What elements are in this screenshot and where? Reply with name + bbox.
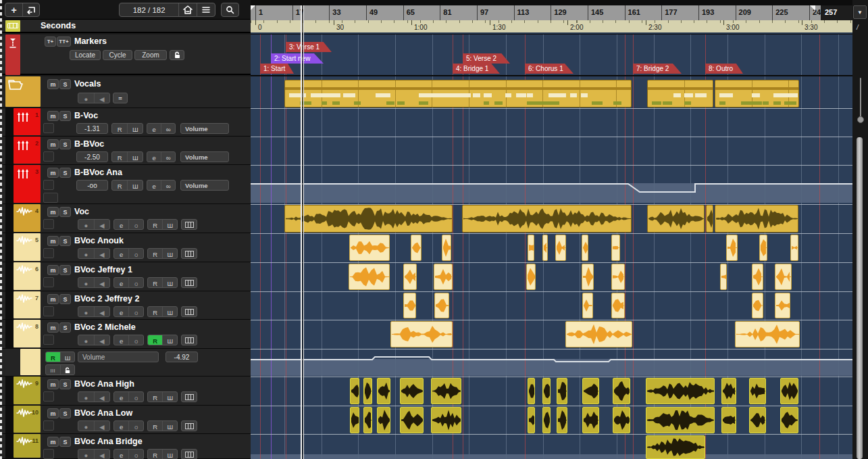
locate-button[interactable]: Locate xyxy=(70,50,101,60)
input-checkbox[interactable] xyxy=(43,277,54,287)
list-icon[interactable] xyxy=(197,3,215,16)
edit-channel-button[interactable]: e xyxy=(114,421,128,431)
audio-event-bvoc-jeffrey-1[interactable] xyxy=(775,264,792,290)
audio-event-bvoc-ana-low[interactable] xyxy=(780,407,798,433)
audio-event-bvoc-2-jeffrey-2[interactable] xyxy=(611,293,625,318)
marker-flag[interactable]: 6: Chorus 1 xyxy=(525,64,573,74)
mute-button[interactable]: m xyxy=(47,111,59,121)
audio-event-bvoc-anouk[interactable] xyxy=(790,235,798,261)
zoom-button[interactable]: Zoom xyxy=(134,50,167,60)
write-automation-button[interactable]: Ш xyxy=(162,249,177,259)
link-icon[interactable]: ∞ xyxy=(161,124,175,134)
write-automation-button[interactable]: Ш xyxy=(162,421,177,431)
marker-flag[interactable]: 2: Start new xyxy=(271,53,324,64)
audio-event-bvoc-ana-low[interactable] xyxy=(721,407,736,433)
freeze-button[interactable]: o xyxy=(128,220,143,230)
playhead-cursor[interactable] xyxy=(301,5,304,459)
read-automation-button[interactable]: R xyxy=(148,220,162,230)
track-color-tile[interactable]: 8 xyxy=(14,320,41,347)
audio-event-bvoc-ana-high[interactable] xyxy=(431,378,461,404)
folder-part-vocals-folder[interactable] xyxy=(284,80,632,107)
audio-event-bvoc-ana-low[interactable] xyxy=(377,407,390,433)
automation-curves-icon[interactable]: lll xyxy=(46,365,60,375)
audio-event-bvoc-anouk[interactable] xyxy=(542,235,548,261)
audio-event-bvoc-2-jeffrey-2[interactable] xyxy=(403,293,416,318)
audio-event-bvoc-ana-low[interactable] xyxy=(431,407,461,433)
audio-event-bvoc-ana-low[interactable] xyxy=(613,407,630,433)
mute-button[interactable]: m xyxy=(47,408,59,418)
audio-event-voc[interactable] xyxy=(647,205,705,233)
audio-event-bvoc-2-michele[interactable] xyxy=(390,321,453,347)
record-enable-button[interactable]: ● xyxy=(78,220,94,230)
vertical-zoom-knob[interactable] xyxy=(857,116,864,123)
monitor-button[interactable]: ◀ xyxy=(94,93,109,103)
audio-event-bvoc-ana-high[interactable] xyxy=(400,378,424,404)
track-row-bvoc-jeffrey-1[interactable]: 6mSBVoc Jeffrey 1●◀eoRШ xyxy=(0,262,251,291)
audio-event-bvoc-anouk[interactable] xyxy=(528,235,534,261)
audio-event-bvoc-ana-low[interactable] xyxy=(528,407,535,433)
freeze-button[interactable]: o xyxy=(128,278,143,288)
audio-event-bvoc-jeffrey-1[interactable] xyxy=(403,264,417,290)
marker-flag[interactable]: 8: Outro xyxy=(705,64,743,74)
input-checkbox[interactable] xyxy=(43,420,54,431)
track-row-bvoc-ana-bridge[interactable]: 11mSBVoc Ana Bridge●◀eoRШ xyxy=(0,434,251,459)
audio-event-bvoc-jeffrey-1[interactable] xyxy=(582,264,594,290)
freeze-button[interactable]: o xyxy=(128,421,143,431)
folder-part-vocals-folder[interactable] xyxy=(715,80,799,107)
audio-event-bvoc-ana-low[interactable] xyxy=(749,407,766,433)
audio-event-bvoc-ana-high[interactable] xyxy=(721,378,736,404)
audio-event-bvoc-2-jeffrey-2[interactable] xyxy=(434,293,449,318)
read-automation-button[interactable]: R xyxy=(148,421,162,431)
track-row-automation[interactable]: RШVolume-4.92lll xyxy=(0,349,251,377)
record-enable-button[interactable]: ● xyxy=(78,249,94,259)
mute-button[interactable]: m xyxy=(47,437,59,447)
track-row-b-bvoc[interactable]: 2mSB-BVoc-2.50RШe∞Volume xyxy=(0,137,251,165)
marker-flag[interactable]: 1: Start xyxy=(260,64,294,74)
audio-event-bvoc-jeffrey-1[interactable] xyxy=(349,264,390,290)
show-lanes-icon[interactable] xyxy=(181,219,197,230)
track-color-tile[interactable]: 4 xyxy=(14,204,41,232)
marker-flag[interactable]: 4: Bridge 1 xyxy=(453,64,500,74)
input-checkbox[interactable] xyxy=(43,248,54,258)
mute-button[interactable]: m xyxy=(47,265,59,275)
monitor-button[interactable]: ◀ xyxy=(94,421,109,431)
record-enable-button[interactable]: ● xyxy=(78,450,94,459)
monitor-button[interactable]: ◀ xyxy=(94,220,109,230)
folder-part-vocals-folder[interactable] xyxy=(647,80,713,107)
track-color-tile[interactable]: 10 xyxy=(14,406,41,433)
time-ruler-seconds[interactable]: 0301:001:302:002:303:003:30 xyxy=(251,20,852,32)
track-row-b-bvoc-ana[interactable]: 3mSB-BVoc Ana-ooRШe∞Volume xyxy=(0,165,251,204)
show-lanes-icon[interactable] xyxy=(181,335,197,345)
track-row-b-voc[interactable]: 1mSB-Voc-1.31RШe∞Volume xyxy=(0,108,251,137)
audio-event-bvoc-ana-high[interactable] xyxy=(528,378,535,404)
mute-button[interactable]: m xyxy=(47,207,59,217)
audio-event-bvoc-ana-low[interactable] xyxy=(557,407,567,433)
automation-write-button[interactable]: Ш xyxy=(60,352,74,362)
cycle-button[interactable]: Cycle xyxy=(103,50,132,60)
edit-channel-button[interactable]: e xyxy=(114,220,128,230)
track-row-bvoc-ana-high[interactable]: 9mSBVoc Ana High●◀eoRШ xyxy=(0,377,251,406)
write-automation-button[interactable]: Ш xyxy=(162,335,177,345)
input-checkbox[interactable] xyxy=(43,335,54,345)
track-color-tile[interactable]: 3 xyxy=(14,165,41,203)
track-color-tile[interactable]: 2 xyxy=(14,137,41,164)
lock-icon[interactable] xyxy=(170,50,184,60)
audio-event-bvoc-ana-low[interactable] xyxy=(646,407,715,433)
write-automation-button[interactable]: Ш xyxy=(127,152,143,162)
audio-event-bvoc-ana-low[interactable] xyxy=(363,407,372,433)
audio-event-bvoc-anouk[interactable] xyxy=(759,235,767,261)
solo-button[interactable]: S xyxy=(59,379,71,389)
read-automation-button[interactable]: R xyxy=(112,180,127,191)
audio-event-bvoc-anouk[interactable] xyxy=(611,235,620,261)
write-automation-button[interactable]: Ш xyxy=(162,278,177,288)
read-automation-button[interactable]: R xyxy=(148,249,162,259)
group-edit-button[interactable]: = xyxy=(113,93,128,103)
mute-button[interactable]: m xyxy=(47,379,59,389)
monitor-button[interactable]: ◀ xyxy=(94,392,109,402)
solo-button[interactable]: S xyxy=(59,111,71,121)
zoom-preset-icon[interactable]: / xyxy=(856,23,859,31)
solo-button[interactable]: S xyxy=(59,294,71,304)
audio-event-bvoc-ana-high[interactable] xyxy=(377,378,390,404)
mute-button[interactable]: m xyxy=(47,294,59,304)
vertical-zoom-slider[interactable] xyxy=(860,78,861,120)
